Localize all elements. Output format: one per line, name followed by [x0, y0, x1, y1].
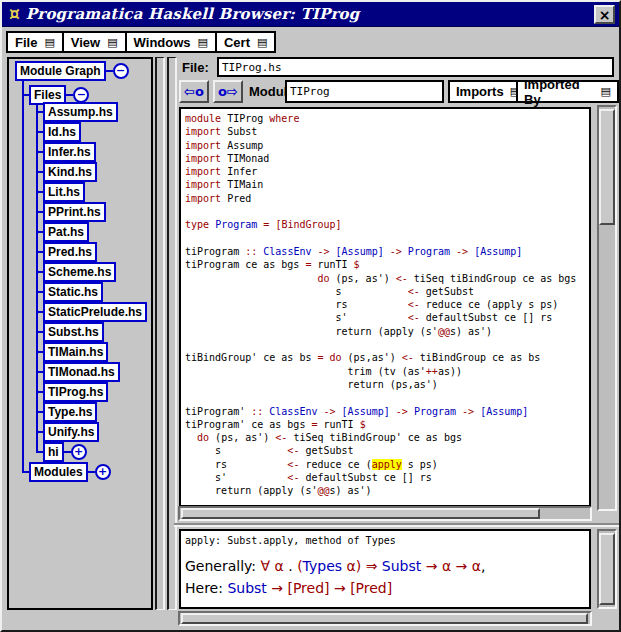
tree-item-tiprog-hs[interactable]: TIProg.hs — [43, 382, 108, 402]
tree-item-subst-hs[interactable]: Subst.hs — [43, 322, 104, 342]
code-line: tiProgram :: ClassEnv -> [Assump] -> Pro… — [185, 245, 589, 258]
tree-connector — [88, 471, 95, 473]
code-horizontal-scrollbar-thumb[interactable] — [181, 508, 540, 519]
tree-row: Scheme.hs — [36, 262, 116, 282]
tree-item-id-hs[interactable]: Id.hs — [43, 122, 81, 142]
tree-connector — [36, 271, 43, 273]
imports-button-label: Imports — [456, 84, 504, 99]
tree-node-hi[interactable]: hi — [43, 442, 64, 462]
code-line — [185, 205, 589, 218]
tree-item-infer-hs[interactable]: Infer.hs — [43, 142, 96, 162]
code-line: import Infer — [185, 165, 589, 178]
tree-node-module-graph-toggle[interactable]: − — [113, 63, 129, 79]
code-line: s' <- defaultSubst ce [] rs — [185, 471, 589, 484]
source-code-text: module TIProg whereimport Substimport As… — [181, 109, 589, 498]
code-line: type Program = [BindGroup] — [185, 218, 589, 231]
imported-by-button[interactable]: Imported By ▤ — [516, 80, 619, 103]
code-line: import TIMonad — [185, 152, 589, 165]
tree-connector — [36, 371, 43, 373]
tree-item-staticprelude-hs[interactable]: StaticPrelude.hs — [43, 302, 147, 322]
tree-node-module-graph[interactable]: Module Graph — [15, 61, 106, 81]
symbol-info-summary: apply: Subst.apply, method of Types — [185, 535, 589, 546]
tree-row: TIMonad.hs — [36, 362, 120, 382]
code-line: do (ps, as') <- tiSeq tiBindGroup' ce as… — [185, 431, 589, 444]
tree-connector — [36, 411, 43, 413]
source-code-view[interactable]: module TIProg whereimport Substimport As… — [179, 107, 591, 507]
menu-cert-label: Cert — [224, 35, 250, 50]
tree-row: Module Graph− — [15, 61, 129, 81]
tree-item-assump-hs[interactable]: Assump.hs — [43, 102, 118, 122]
menu-windows[interactable]: Windows▤ — [125, 31, 217, 53]
programatica-logo-icon: ¤ — [9, 4, 20, 24]
info-horizontal-scrollbar-thumb[interactable] — [181, 613, 588, 624]
file-input[interactable] — [217, 57, 614, 77]
tree-node-modules[interactable]: Modules — [29, 462, 88, 482]
module-graph-panel: Module Graph−Files−Assump.hsId.hsInfer.h… — [7, 57, 153, 610]
tree-item-pat-hs[interactable]: Pat.hs — [43, 222, 89, 242]
menu-view[interactable]: View▤ — [62, 31, 127, 53]
code-vertical-scrollbar[interactable] — [597, 105, 617, 511]
tree-connector — [36, 171, 43, 173]
tree-row: Unify.hs — [36, 422, 99, 442]
tree-item-unify-hs[interactable]: Unify.hs — [43, 422, 99, 442]
code-line — [185, 338, 589, 351]
tree-connector — [36, 191, 43, 193]
tree-connector — [66, 94, 73, 96]
imported-by-button-label: Imported By — [524, 77, 595, 107]
menu-icon: ▤ — [198, 37, 208, 48]
tree-node-hi-toggle[interactable]: + — [71, 444, 87, 460]
panel-divider — [174, 523, 621, 527]
code-line: tiBindGroup' ce as bs = do (ps,as') <- t… — [185, 351, 589, 364]
panel-sash[interactable] — [167, 57, 177, 610]
tree-item-timonad-hs[interactable]: TIMonad.hs — [43, 362, 120, 382]
tree-node-modules-toggle[interactable]: + — [95, 464, 111, 480]
tree-row: PPrint.hs — [36, 202, 106, 222]
close-button[interactable]: × — [594, 5, 615, 24]
titlebar[interactable]: ¤ Programatica Haskell Browser: TIProg × — [2, 2, 619, 27]
tree-item-pred-hs[interactable]: Pred.hs — [43, 242, 97, 262]
menu-icon: ▤ — [44, 37, 54, 48]
tree-item-static-hs[interactable]: Static.hs — [43, 282, 103, 302]
code-line: trim (tv (as'++as)) — [185, 365, 589, 378]
tree-scrollbar[interactable] — [155, 57, 165, 610]
menu-icon: ▤ — [107, 37, 117, 48]
info-vertical-scrollbar[interactable] — [597, 529, 617, 609]
code-horizontal-scrollbar[interactable] — [178, 506, 592, 521]
code-line: import Pred — [185, 192, 589, 205]
tree-node-files-toggle[interactable]: − — [73, 87, 89, 103]
symbol-info-here-type: Here: Subst → [Pred] → [Pred] — [185, 580, 589, 596]
close-icon: × — [599, 8, 611, 22]
code-line: return (apply (s'@@s) as') — [185, 325, 589, 338]
tree-item-pprint-hs[interactable]: PPrint.hs — [43, 202, 106, 222]
module-input[interactable] — [285, 80, 444, 103]
file-label: File: — [182, 60, 209, 75]
tree-connector — [36, 291, 43, 293]
history-back-button[interactable]: ⇦o — [179, 80, 209, 103]
tree-connector — [36, 451, 43, 453]
tree-row: StaticPrelude.hs — [36, 302, 147, 322]
tree-item-lit-hs[interactable]: Lit.hs — [43, 182, 85, 202]
menu-windows-label: Windows — [134, 35, 191, 50]
menu-icon: ▤ — [601, 86, 611, 97]
tree-row: Pat.hs — [36, 222, 89, 242]
code-line: tiProgram' ce as bgs = runTI $ — [185, 418, 589, 431]
tree-connector — [36, 131, 43, 133]
history-forward-button[interactable]: o⇨ — [213, 80, 243, 103]
code-line: tiProgram ce as bgs = runTI $ — [185, 258, 589, 271]
tree-row: hi+ — [36, 442, 87, 462]
tree-connector — [36, 331, 43, 333]
tree-trunk-line — [22, 80, 24, 472]
code-line: s <- getSubst — [185, 444, 589, 457]
menu-file[interactable]: File▤ — [6, 31, 64, 53]
tree-item-timain-hs[interactable]: TIMain.hs — [43, 342, 108, 362]
info-vertical-scrollbar-thumb[interactable] — [599, 533, 615, 605]
code-line: rs <- reduce ce (apply s ps) — [185, 298, 589, 311]
menu-cert[interactable]: Cert▤ — [215, 31, 276, 53]
tree-connector — [36, 151, 43, 153]
tree-item-scheme-hs[interactable]: Scheme.hs — [43, 262, 116, 282]
info-horizontal-scrollbar[interactable] — [178, 611, 592, 626]
code-line: return (ps,as') — [185, 378, 589, 391]
tree-item-type-hs[interactable]: Type.hs — [43, 402, 97, 422]
tree-item-kind-hs[interactable]: Kind.hs — [43, 162, 97, 182]
code-vertical-scrollbar-thumb[interactable] — [599, 109, 615, 225]
